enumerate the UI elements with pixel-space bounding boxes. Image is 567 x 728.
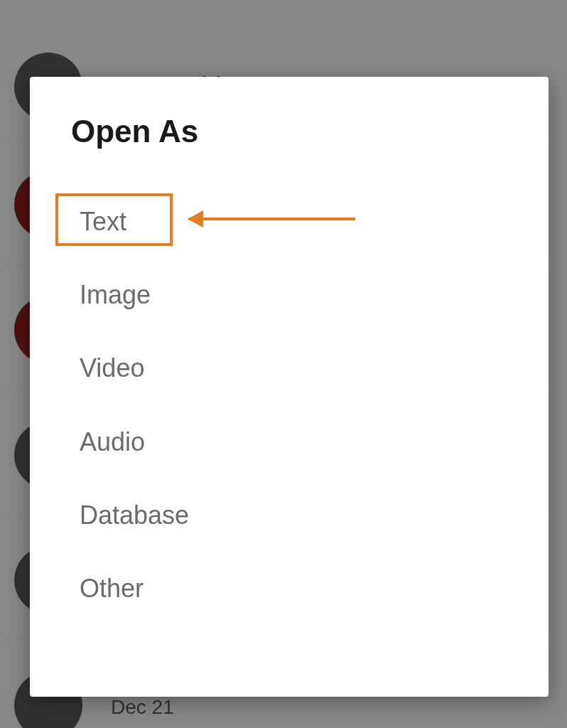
open-as-option-text[interactable]: Text (71, 185, 507, 258)
dialog-title: Open As (71, 114, 507, 149)
open-as-option-image[interactable]: Image (71, 258, 507, 331)
open-as-options-list: Text Image Video Audio Database Other (71, 185, 507, 625)
open-as-dialog: Open As Text Image Video Audio Database … (30, 77, 549, 697)
open-as-option-database[interactable]: Database (71, 478, 507, 552)
open-as-option-audio[interactable]: Audio (71, 405, 507, 478)
open-as-option-other[interactable]: Other (71, 552, 507, 625)
open-as-option-video[interactable]: Video (71, 331, 507, 405)
